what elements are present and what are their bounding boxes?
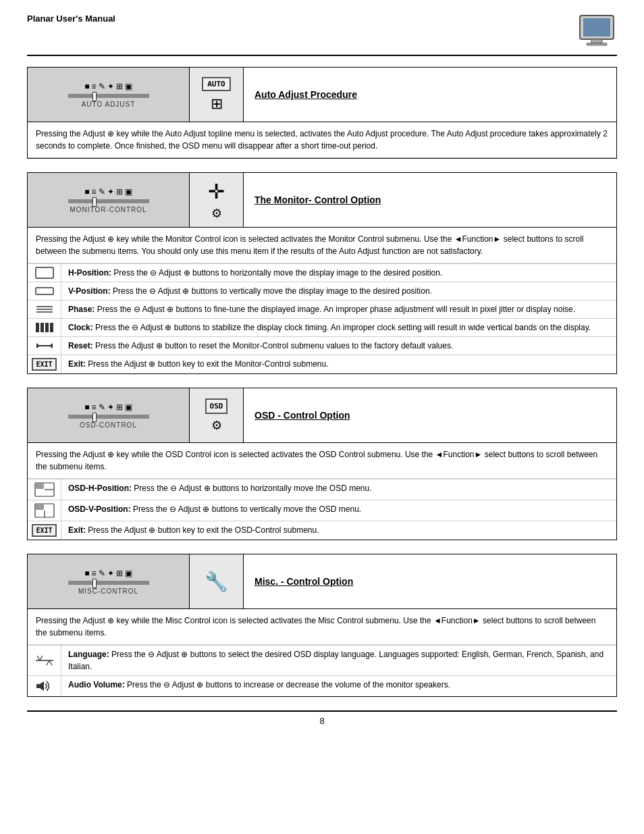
monitor-control-osd-preview: ■ ≡ ✎ ✦ ⊞ ▣ MONITOR-CONTROL [28,173,190,227]
osd-slider-4 [68,581,149,585]
osd-top-icons: ■ ≡ ✎ ✦ ⊞ ▣ [84,82,132,91]
monitor-exit-icon: EXIT [28,355,61,373]
exit-box: EXIT [32,358,56,371]
osd-icon-5d: ⊞ [116,569,123,578]
osd-control-section: ■ ≡ ✎ ✦ ⊞ ▣ OSD-CONTROL OSD ⚙ OSD - Cont… [27,388,617,540]
page-number: 8 [319,716,324,726]
svg-line-23 [37,656,40,660]
h-position-icon [28,264,61,282]
svg-line-24 [40,656,43,660]
misc-control-icon-col: 🔧 [190,554,244,608]
osd-icon-6c: ▣ [125,402,132,412]
osd-control-title: OSD - Control Option [254,410,350,421]
v-position-content: V-Position: Press the ⊖ Adjust ⊕ buttons… [61,282,616,300]
v-position-icon [28,282,61,300]
misc-control-title-col: Misc. - Control Option [244,554,616,608]
osd-icon-2: ≡ [92,82,97,91]
osd-exit-box: EXIT [32,524,56,537]
auto-adjust-title-col: Auto Adjust Procedure [244,68,616,122]
table-row: H-Position: Press the ⊖ Adjust ⊕ buttons… [28,263,616,282]
svg-rect-3 [587,43,607,45]
auto-adjust-body: Pressing the Adjust ⊕ key while the Auto… [28,122,616,158]
osd-control-rows: OSD-H-Position: Press the ⊖ Adjust ⊕ but… [28,479,616,540]
osd-v-position-icon [28,500,61,521]
table-row: Reset: Press the Adjust ⊕ button to rese… [28,336,616,355]
osd-icon-2c: ≡ [92,402,97,412]
osd-control-body: Pressing the Adjust ⊕ key while the OSD … [28,443,616,479]
audio-volume-content: Audio Volume: Press the ⊖ Adjust ⊕ butto… [61,676,616,696]
osd-control-icon-col: OSD ⚙ [190,388,244,442]
clock-content: Clock: Press the ⊖ Adjust ⊕ buttons to s… [61,319,616,336]
monitor-control-icon-col: ✛ ⚙ [190,173,244,227]
monitor-control-title-col: The Monitor- Control Option [244,173,616,227]
svg-rect-12 [50,323,53,332]
osd-icon-3c: ✎ [99,402,105,412]
osd-icon-1c: ■ [84,402,89,412]
table-row: Clock: Press the ⊖ Adjust ⊕ buttons to s… [28,318,616,336]
osd-label-icon: OSD [205,398,228,414]
table-row: EXIT Exit: Press the Adjust ⊕ button key… [28,355,616,373]
svg-rect-20 [36,504,44,510]
osd-icon-2b: ≡ [92,187,97,197]
phase-icon [28,301,61,318]
svg-rect-9 [36,323,39,332]
audio-volume-icon [28,676,61,696]
svg-rect-1 [583,18,610,36]
osd-top-icons-2: ■ ≡ ✎ ✦ ⊞ ▣ [84,187,132,197]
monitor-control-section: ■ ≡ ✎ ✦ ⊞ ▣ MONITOR-CONTROL ✛ ⚙ The Moni… [27,172,617,374]
table-row: Phase: Press the ⊖ Adjust ⊕ buttons to f… [28,300,616,318]
osd-slider-2 [68,199,149,203]
osd-slider [68,94,149,98]
osd-icon-5: ⊞ [116,82,123,91]
language-icon [28,646,61,675]
table-row: OSD-H-Position: Press the ⊖ Adjust ⊕ but… [28,479,616,500]
osd-icon-6: ▣ [125,82,132,91]
osd-exit-icon: EXIT [28,521,61,540]
auto-adjust-title: Auto Adjust Procedure [254,89,357,100]
osd-control-header: ■ ≡ ✎ ✦ ⊞ ▣ OSD-CONTROL OSD ⚙ OSD - Cont… [28,388,616,443]
page-header: Planar User's Manual [27,14,617,56]
svg-line-26 [49,660,52,665]
osd-sub-icon: ⚙ [211,418,222,433]
language-content: Language: Press the ⊖ Adjust ⊕ buttons t… [61,646,616,675]
svg-rect-2 [591,39,602,43]
osd-h-position-content: OSD-H-Position: Press the ⊖ Adjust ⊕ but… [61,479,616,500]
osd-icon-6b: ▣ [125,187,132,197]
osd-icon-1d: ■ [84,569,89,578]
osd-icon-4: ✦ [107,82,114,91]
phase-content: Phase: Press the ⊖ Adjust ⊕ buttons to f… [61,301,616,318]
osd-icon-4c: ✦ [107,402,114,412]
h-position-content: H-Position: Press the ⊖ Adjust ⊕ buttons… [61,264,616,282]
misc-control-header: ■ ≡ ✎ ✦ ⊞ ▣ MISC-CONTROL 🔧 Misc. - Contr… [28,554,616,609]
osd-top-icons-3: ■ ≡ ✎ ✦ ⊞ ▣ [84,402,132,412]
misc-control-icon: 🔧 [205,571,228,593]
monitor-control-header: ■ ≡ ✎ ✦ ⊞ ▣ MONITOR-CONTROL ✛ ⚙ The Moni… [28,173,616,228]
misc-control-rows: Language: Press the ⊖ Adjust ⊕ buttons t… [28,645,616,696]
reset-content: Reset: Press the Adjust ⊕ button to rese… [61,337,616,355]
monitor-control-rows: H-Position: Press the ⊖ Adjust ⊕ buttons… [28,263,616,373]
osd-control-title-col: OSD - Control Option [244,388,616,442]
osd-control-osd-label: OSD-CONTROL [80,421,137,429]
osd-icon-4b: ✦ [107,187,114,197]
svg-rect-11 [45,323,49,332]
osd-control-osd-preview: ■ ≡ ✎ ✦ ⊞ ▣ OSD-CONTROL [28,388,190,442]
misc-control-osd-preview: ■ ≡ ✎ ✦ ⊞ ▣ MISC-CONTROL [28,554,190,608]
auto-adjust-section: ■ ≡ ✎ ✦ ⊞ ▣ AUTO ADJUST AUTO ⊞ Auto Adju… [27,67,617,159]
osd-slider-3 [68,415,149,419]
osd-top-icons-4: ■ ≡ ✎ ✦ ⊞ ▣ [84,569,132,578]
osd-h-position-icon [28,479,61,500]
table-row: EXIT Exit: Press the Adjust ⊕ button key… [28,521,616,540]
svg-marker-27 [36,681,44,691]
monitor-control-osd-label: MONITOR-CONTROL [70,206,146,213]
osd-icon-1: ■ [84,82,89,91]
table-row: Audio Volume: Press the ⊖ Adjust ⊕ butto… [28,675,616,696]
osd-section-label: AUTO ADJUST [82,101,136,108]
table-row: Language: Press the ⊖ Adjust ⊕ buttons t… [28,645,616,675]
auto-icon: AUTO [202,77,231,91]
monitor-control-sub-icon: ⚙ [211,206,222,221]
monitor-exit-content: Exit: Press the Adjust ⊕ button key to e… [61,355,616,373]
page-footer: 8 [27,710,617,726]
osd-exit-content: Exit: Press the Adjust ⊕ button key to e… [61,521,616,540]
svg-marker-15 [49,343,53,348]
osd-icon-3d: ✎ [99,569,105,578]
